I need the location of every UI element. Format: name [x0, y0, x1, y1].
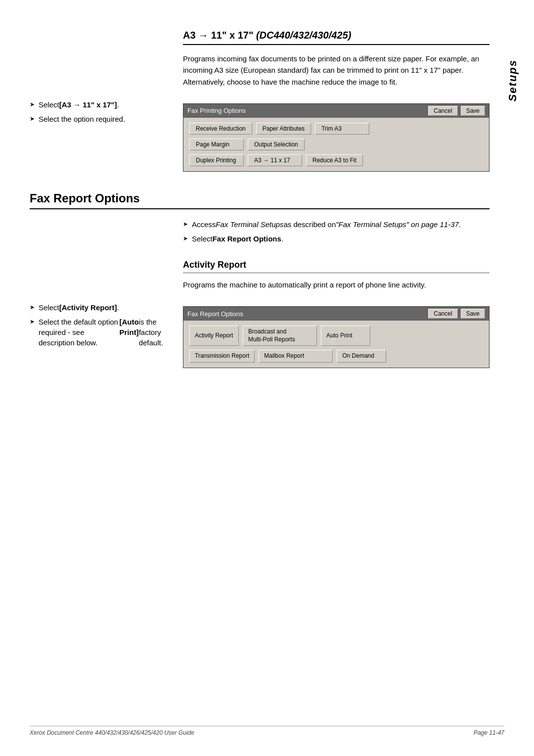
- mailbox-report-btn[interactable]: Mailbox Report: [259, 350, 333, 363]
- a3-dialog-row2: Page Margin Output Selection: [189, 139, 483, 150]
- auto-print-bold: [Auto Print]: [119, 317, 138, 337]
- activity-dialog-body: Activity Report Broadcast andMulti-Poll …: [183, 321, 489, 368]
- transmission-report-btn[interactable]: Transmission Report: [189, 350, 255, 363]
- a3-heading-normal: A3 → 11" x 17": [183, 30, 253, 41]
- activity-bullet-2: Select the default option required - see…: [30, 317, 168, 348]
- a3-receive-reduction[interactable]: Receive Reduction: [189, 123, 252, 135]
- a3-dialog-row3: Duplex Printing A3 → 11 x 17 Reduce A3 t…: [189, 154, 483, 166]
- a3-dialog-row1: Receive Reduction Paper Attributes Trim …: [189, 123, 483, 135]
- a3-bullet-1: Select [A3 → 11" x 17"].: [30, 99, 168, 110]
- activity-dialog-row2: Transmission Report Mailbox Report On De…: [189, 350, 483, 363]
- main-content: A3 → 11" x 17" (DC440/432/430/425) Progr…: [30, 30, 490, 368]
- activity-dialog-titlebar: Fax Report Options Cancel Save: [183, 307, 489, 321]
- fax-terminal-setups-italic: Fax Terminal Setups: [216, 219, 283, 230]
- fax-report-bullet-1: Access Fax Terminal Setups as described …: [183, 219, 490, 230]
- a3-dialog-title: Fax Printing Options: [187, 107, 246, 114]
- page-container: Setups A3 → 11" x 17" (DC440/432/430/425…: [0, 0, 534, 756]
- footer-right: Page 11-47: [474, 729, 504, 736]
- activity-bullet-list: Select [Activity Report]. Select the def…: [30, 302, 168, 348]
- a3-bullet-2: Select the option required.: [30, 114, 168, 124]
- a3-save-button[interactable]: Save: [461, 106, 485, 116]
- on-demand-btn[interactable]: On Demand: [337, 350, 386, 363]
- section-a3: A3 → 11" x 17" (DC440/432/430/425) Progr…: [30, 30, 490, 172]
- activity-dialog-col: Fax Report Options Cancel Save Activity …: [183, 302, 490, 368]
- a3-right-col: A3 → 11" x 17" (DC440/432/430/425) Progr…: [183, 30, 490, 94]
- a3-bullets-dialog: Select [A3 → 11" x 17"]. Select the opti…: [30, 99, 490, 172]
- sidebar-setups-label: Setups: [506, 59, 519, 101]
- a3-paper-attributes[interactable]: Paper Attributes: [256, 123, 311, 135]
- activity-dialog-box: Fax Report Options Cancel Save Activity …: [183, 306, 490, 368]
- a3-duplex-printing[interactable]: Duplex Printing: [189, 154, 244, 166]
- activity-report-btn[interactable]: Activity Report: [189, 326, 239, 346]
- activity-report-bold: [Activity Report]: [59, 302, 117, 313]
- a3-bullet-list: Select [A3 → 11" x 17"]. Select the opti…: [30, 99, 168, 124]
- a3-dialog-box: Fax Printing Options Cancel Save Receive…: [183, 103, 490, 172]
- a3-page-margin[interactable]: Page Margin: [189, 139, 244, 150]
- fax-report-right: Access Fax Terminal Setups as described …: [183, 219, 490, 248]
- activity-report-heading: Activity Report: [183, 260, 490, 273]
- a3-dialog-body: Receive Reduction Paper Attributes Trim …: [183, 118, 489, 171]
- a3-bullet-1-bold: [A3 → 11" x 17"]: [59, 99, 117, 110]
- activity-report-section: Activity Report Programs the machine to …: [30, 260, 490, 368]
- fax-report-options-bold: Fax Report Options: [213, 234, 281, 244]
- a3-empty-slot: [309, 139, 363, 150]
- a3-dialog-buttons: Cancel Save: [428, 106, 485, 116]
- activity-cancel-button[interactable]: Cancel: [428, 309, 457, 319]
- a3-cancel-button[interactable]: Cancel: [428, 106, 457, 116]
- footer-left: Xerox Document Centre 440/432/430/426/42…: [30, 729, 194, 736]
- activity-report-description: Programs the machine to automatically pr…: [183, 279, 490, 290]
- a3-dialog-col: Fax Printing Options Cancel Save Receive…: [183, 99, 490, 172]
- a3-a3-to-11x17[interactable]: A3 → 11 x 17: [248, 154, 302, 166]
- fax-report-intro-bullets: Access Fax Terminal Setups as described …: [183, 219, 490, 244]
- a3-reduce-to-fit[interactable]: Reduce A3 to Fit: [306, 154, 363, 166]
- a3-output-selection[interactable]: Output Selection: [248, 139, 305, 150]
- activity-dialog-row1: Activity Report Broadcast andMulti-Poll …: [189, 326, 483, 346]
- fax-report-main-heading: Fax Report Options: [30, 191, 490, 209]
- a3-two-col: A3 → 11" x 17" (DC440/432/430/425) Progr…: [30, 30, 490, 94]
- broadcast-line2: Multi-Poll Reports: [248, 336, 295, 343]
- activity-dialog-buttons: Cancel Save: [428, 309, 485, 319]
- a3-trim-a3[interactable]: Trim A3: [315, 123, 369, 135]
- fax-report-bullet-2: Select Fax Report Options.: [183, 234, 490, 244]
- fax-terminal-page-italic: "Fax Terminal Setups" on page 11-37: [336, 219, 459, 230]
- activity-right-heading: Activity Report Programs the machine to …: [183, 260, 490, 297]
- broadcast-line1: Broadcast and: [248, 328, 286, 335]
- a3-bullets-col: Select [A3 → 11" x 17"]. Select the opti…: [30, 99, 168, 128]
- activity-report-bullets-dialog: Select [Activity Report]. Select the def…: [30, 302, 490, 368]
- activity-save-button[interactable]: Save: [461, 309, 485, 319]
- a3-heading: A3 → 11" x 17" (DC440/432/430/425): [183, 30, 490, 45]
- a3-description: Programs incoming fax documents to be pr…: [183, 53, 490, 88]
- fax-report-intro: Access Fax Terminal Setups as described …: [30, 219, 490, 248]
- activity-bullet-1: Select [Activity Report].: [30, 302, 168, 313]
- broadcast-multi-poll-btn[interactable]: Broadcast andMulti-Poll Reports: [243, 326, 317, 346]
- page-footer: Xerox Document Centre 440/432/430/426/42…: [30, 726, 504, 736]
- section-fax-report: Fax Report Options Access Fax Terminal S…: [30, 191, 490, 368]
- activity-bullets-col: Select [Activity Report]. Select the def…: [30, 302, 168, 352]
- activity-report-heading-row: Activity Report Programs the machine to …: [30, 260, 490, 297]
- activity-dialog-title: Fax Report Options: [187, 310, 243, 318]
- auto-print-btn[interactable]: Auto Print: [321, 326, 370, 346]
- a3-heading-italic: (DC440/432/430/425): [253, 30, 351, 41]
- a3-dialog-titlebar: Fax Printing Options Cancel Save: [183, 104, 489, 118]
